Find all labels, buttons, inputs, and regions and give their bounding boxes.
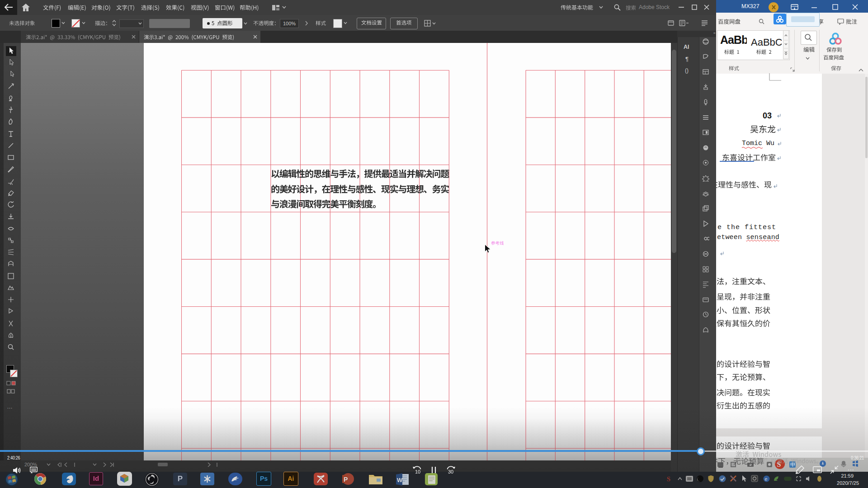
svg-text:30: 30 xyxy=(448,469,453,474)
svg-text:P: P xyxy=(344,476,348,483)
svg-text:10: 10 xyxy=(415,469,420,474)
svg-text:S: S xyxy=(667,475,670,483)
svg-text:e: e xyxy=(765,476,768,482)
svg-text:W: W xyxy=(397,477,403,483)
